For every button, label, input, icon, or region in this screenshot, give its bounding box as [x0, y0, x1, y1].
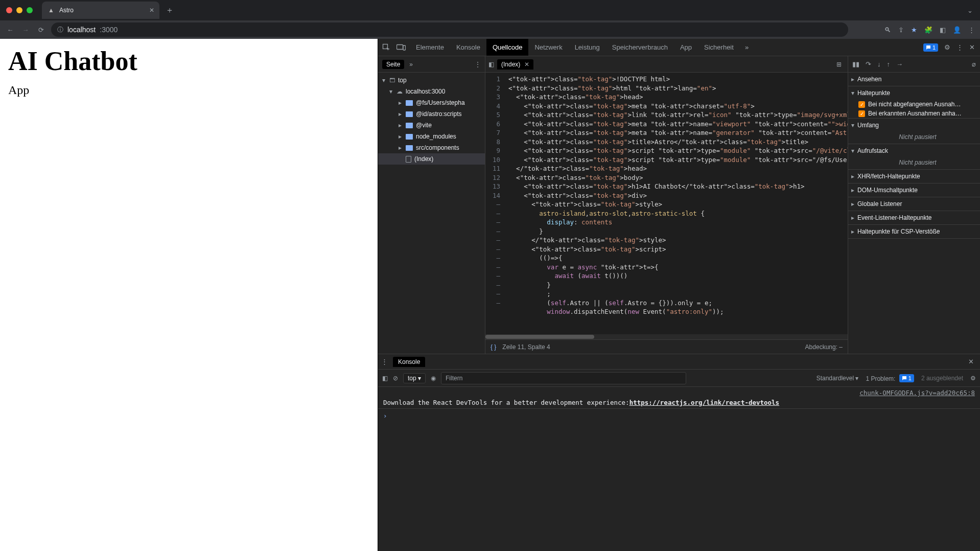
- section-callstack[interactable]: ▾Aufrufstack: [848, 144, 980, 157]
- extensions-icon[interactable]: 🧩: [924, 26, 932, 34]
- step-over-icon[interactable]: ↷: [866, 60, 871, 68]
- sources-page-tab[interactable]: Seite: [382, 60, 404, 69]
- console-source-link-row: chunk-OMFGODFA.js?v=add20c65:8: [378, 388, 980, 398]
- close-tab-icon[interactable]: ✕: [149, 7, 154, 14]
- reload-button[interactable]: ⟳: [36, 26, 46, 34]
- console-drawer: ⋮ Konsole ✕ ◧ ⊘ top ▾ ◉ Filtern Standard…: [378, 354, 980, 551]
- browser-tab-bar: ▲ Astro ✕ ＋ ⌄: [0, 0, 980, 20]
- coverage-status: Abdeckung: –: [805, 343, 843, 351]
- profile-icon[interactable]: 👤: [953, 26, 961, 34]
- console-sidebar-toggle-icon[interactable]: ◧: [382, 375, 388, 382]
- section-xhr[interactable]: ▸XHR/fetch-Haltepunkte: [848, 170, 980, 183]
- tab-elements[interactable]: Elemente: [410, 39, 450, 56]
- tree-host[interactable]: ▾☁localhost:3000: [378, 86, 485, 97]
- log-level-select[interactable]: Standardlevel ▾: [816, 375, 859, 382]
- drawer-menu-icon[interactable]: ⋮: [381, 358, 388, 365]
- tab-console[interactable]: Konsole: [450, 39, 486, 56]
- horizontal-scrollbar[interactable]: [485, 334, 848, 339]
- tab-network[interactable]: Netzwerk: [528, 39, 568, 56]
- checkbox-checked-icon[interactable]: ✓: [858, 101, 865, 108]
- inspect-element-icon[interactable]: [382, 43, 390, 52]
- section-csp[interactable]: ▸Haltepunkte für CSP-Verstöße: [848, 225, 980, 238]
- open-file-tab[interactable]: (Index) ✕: [497, 59, 533, 70]
- react-devtools-link[interactable]: https://reactjs.org/link/react-devtools: [629, 399, 780, 406]
- section-watch[interactable]: ▸Ansehen: [848, 73, 980, 86]
- message-source-link[interactable]: chunk-OMFGODFA.js?v=add20c65:8: [859, 389, 975, 397]
- section-event[interactable]: ▸Event-Listener-Haltepunkte: [848, 211, 980, 224]
- minimize-window-icon[interactable]: [16, 7, 22, 13]
- new-snippet-icon[interactable]: ⊞: [836, 61, 842, 68]
- section-dom[interactable]: ▸DOM-Umschaltpunkte: [848, 183, 980, 197]
- sources-sidebar-menu-icon[interactable]: ⋮: [475, 61, 481, 68]
- issues-badge[interactable]: 1: [923, 43, 938, 52]
- hidden-messages[interactable]: 2 ausgeblendet: [921, 375, 963, 382]
- omnibox[interactable]: ⓘ localhost:3000: [51, 22, 848, 37]
- tab-sources[interactable]: Quellcode: [486, 39, 529, 56]
- sidepanel-icon[interactable]: ◧: [940, 26, 946, 34]
- breakpoint-uncaught[interactable]: ✓Bei nicht abgefangenen Ausnah…: [848, 100, 980, 109]
- tab-memory[interactable]: Speicherverbrauch: [606, 39, 674, 56]
- code-lines[interactable]: <"tok-attr">class="tok-tag">!DOCTYPE htm…: [504, 73, 848, 334]
- close-window-icon[interactable]: [6, 7, 12, 13]
- execution-context-select[interactable]: top ▾: [403, 373, 426, 383]
- close-file-icon[interactable]: ✕: [524, 61, 529, 68]
- console-settings-icon[interactable]: ⚙: [970, 375, 976, 382]
- deactivate-breakpoints-icon[interactable]: ⌀: [972, 60, 976, 68]
- step-into-icon[interactable]: ↓: [877, 60, 881, 68]
- section-global[interactable]: ▸Globale Listener: [848, 197, 980, 211]
- tree-folder[interactable]: ▸@vite: [378, 120, 485, 131]
- sources-nav-overflow-icon[interactable]: »: [409, 61, 413, 68]
- console-filter-input[interactable]: Filtern: [441, 372, 686, 384]
- tree-folder[interactable]: ▸@fs/Users/stepha: [378, 97, 485, 108]
- tab-list-chevron-icon[interactable]: ⌄: [967, 7, 973, 14]
- bookmark-star-icon[interactable]: ★: [911, 26, 917, 34]
- share-icon[interactable]: ⇪: [898, 26, 904, 34]
- console-prompt[interactable]: ›: [378, 410, 980, 422]
- code-gutter: 1 2 3 4 5 6 7 8 9 10 11 12 13 14 – – – –…: [485, 73, 504, 334]
- checkbox-checked-icon[interactable]: ✓: [858, 110, 865, 117]
- window-controls: [6, 7, 33, 13]
- devtools-panel: Elemente Konsole Quellcode Netzwerk Leis…: [378, 39, 980, 551]
- devtools-menu-icon[interactable]: ⋮: [956, 43, 963, 51]
- section-scope[interactable]: ▾Umfang: [848, 119, 980, 132]
- drawer-tab-console[interactable]: Konsole: [393, 357, 425, 367]
- site-info-icon[interactable]: ⓘ: [57, 26, 63, 34]
- address-bar: ← → ⟳ ⓘ localhost:3000 🔍︎ ⇪ ★ 🧩 ◧ 👤 ⋮: [0, 20, 980, 39]
- new-tab-button[interactable]: ＋: [162, 5, 177, 16]
- close-drawer-icon[interactable]: ✕: [968, 358, 977, 365]
- pretty-print-icon[interactable]: { }: [491, 343, 496, 351]
- breakpoint-caught[interactable]: ✓Bei erkannten Ausnahmen anha…: [848, 109, 980, 118]
- tab-performance[interactable]: Leistung: [569, 39, 606, 56]
- page-subtext: App: [8, 83, 369, 97]
- tree-folder[interactable]: ▸@id/astro:scripts: [378, 108, 485, 120]
- tree-folder[interactable]: ▸node_modules: [378, 131, 485, 142]
- live-expression-icon[interactable]: ◉: [431, 375, 436, 382]
- browser-tab[interactable]: ▲ Astro ✕: [42, 2, 159, 19]
- pause-resume-icon[interactable]: ▮▮: [852, 60, 859, 68]
- tabs-overflow-icon[interactable]: »: [740, 39, 754, 56]
- maximize-window-icon[interactable]: [27, 7, 33, 13]
- back-button[interactable]: ←: [5, 26, 15, 34]
- toggle-navigator-icon[interactable]: ◧: [488, 61, 494, 68]
- step-icon[interactable]: →: [896, 60, 903, 68]
- sources-sidebar: Seite » ⋮ ▾🗔top ▾☁localhost:3000 ▸@fs/Us…: [378, 56, 485, 354]
- chrome-menu-icon[interactable]: ⋮: [968, 26, 975, 34]
- page-heading: AI Chatbot: [8, 46, 369, 76]
- search-icon[interactable]: 🔍︎: [884, 26, 891, 34]
- tab-application[interactable]: App: [674, 39, 698, 56]
- step-out-icon[interactable]: ↑: [887, 60, 891, 68]
- svg-rect-1: [397, 44, 403, 49]
- device-toggle-icon[interactable]: [396, 44, 406, 51]
- problems-count[interactable]: 1 Problem: 1: [866, 374, 914, 382]
- tree-file-index[interactable]: (Index): [378, 153, 485, 165]
- tab-title: Astro: [59, 7, 74, 14]
- settings-gear-icon[interactable]: ⚙: [944, 43, 950, 51]
- clear-console-icon[interactable]: ⊘: [393, 375, 398, 382]
- close-devtools-icon[interactable]: ✕: [969, 43, 975, 51]
- folder-icon: [406, 111, 413, 117]
- tree-folder[interactable]: ▸src/components: [378, 142, 485, 153]
- tree-top[interactable]: ▾🗔top: [378, 75, 485, 86]
- forward-button[interactable]: →: [20, 26, 31, 34]
- section-breakpoints[interactable]: ▾Haltepunkte: [848, 86, 980, 100]
- tab-security[interactable]: Sicherheit: [698, 39, 740, 56]
